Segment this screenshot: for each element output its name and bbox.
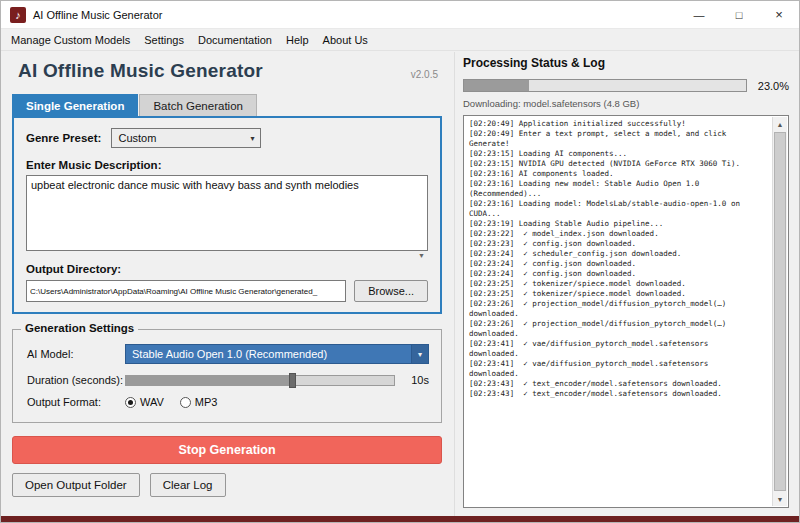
menu-item-help[interactable]: Help — [279, 31, 316, 49]
close-button[interactable]: × — [759, 1, 799, 28]
description-textarea[interactable]: upbeat electronic dance music with heavy… — [26, 175, 428, 251]
app-icon: ♪ — [10, 7, 26, 23]
page-title: AI Offline Music Generator — [18, 60, 263, 82]
log-line: [02:23:25] ✓ tokenizer/spiece.model down… — [469, 289, 747, 299]
tab-single-generation[interactable]: Single Generation — [12, 94, 138, 116]
menu-item-documentation[interactable]: Documentation — [191, 31, 279, 49]
ai-model-select[interactable]: Stable Audio Open 1.0 (Recommended) ▾ — [125, 344, 429, 364]
textarea-scroll-down-icon[interactable]: ▼ — [26, 251, 428, 260]
scroll-up-icon[interactable]: ▲ — [773, 117, 787, 131]
status-panel-title: Processing Status & Log — [463, 56, 789, 70]
progress-row: 23.0% — [463, 79, 789, 92]
window-bottom-edge — [1, 516, 799, 522]
tab-bar: Single Generation Batch Generation — [12, 94, 442, 116]
tab-batch-generation[interactable]: Batch Generation — [139, 94, 257, 116]
progress-percent: 23.0% — [752, 80, 789, 92]
genre-preset-select[interactable]: Custom ▾ — [111, 128, 261, 148]
log-line: [02:23:19] Loading Stable Audio pipeline… — [469, 219, 747, 229]
ai-model-label: AI Model: — [27, 348, 125, 360]
log-line: [02:23:15] Loading AI components... — [469, 149, 747, 159]
log-line: [02:23:25] ✓ tokenizer/spiece.model down… — [469, 279, 747, 289]
log-scrollbar[interactable]: ▲ ▼ — [772, 117, 787, 506]
chevron-down-icon: ▾ — [244, 134, 260, 143]
generation-settings-title: Generation Settings — [21, 322, 138, 334]
browse-button[interactable]: Browse... — [354, 280, 428, 302]
duration-label: Duration (seconds): — [27, 374, 125, 386]
minimize-button[interactable]: — — [679, 1, 719, 28]
log-line: [02:20:49] Enter a text prompt, select a… — [469, 129, 747, 149]
output-directory-input[interactable] — [26, 280, 346, 302]
generation-settings-group: Generation Settings AI Model: Stable Aud… — [12, 329, 442, 423]
maximize-icon: □ — [736, 9, 743, 21]
duration-slider-fill — [126, 376, 289, 385]
log-area[interactable]: [02:20:49] Application initialized succe… — [463, 115, 789, 508]
genre-preset-value: Custom — [118, 132, 156, 144]
header-row: AI Offline Music Generator v2.0.5 — [12, 60, 442, 82]
app-window: ♪ AI Offline Music Generator — □ × Manag… — [0, 0, 800, 523]
status-panel: Processing Status & Log 23.0% Downloadin… — [454, 52, 798, 516]
progress-fill — [464, 80, 529, 91]
radio-selected-icon — [125, 397, 136, 408]
log-line: [02:23:16] AI components loaded. — [469, 169, 747, 179]
ai-model-row: AI Model: Stable Audio Open 1.0 (Recomme… — [27, 344, 429, 364]
window-title: AI Offline Music Generator — [33, 9, 162, 21]
scroll-down-icon[interactable]: ▼ — [773, 492, 787, 506]
menu-item-settings[interactable]: Settings — [137, 31, 191, 49]
downloading-status: Downloading: model.safetensors (4.8 GB) — [463, 98, 789, 109]
ai-model-value: Stable Audio Open 1.0 (Recommended) — [132, 348, 327, 360]
log-line: [02:20:49] Application initialized succe… — [469, 119, 747, 129]
log-line: [02:23:41] ✓ vae/diffusion_pytorch_model… — [469, 339, 747, 359]
duration-value: 10s — [403, 374, 429, 386]
genre-preset-row: Genre Preset: Custom ▾ — [26, 128, 428, 148]
progress-bar — [463, 79, 747, 92]
log-line: [02:23:24] ✓ config.json downloaded. — [469, 259, 747, 269]
radio-mp3-label: MP3 — [195, 396, 218, 408]
log-line: [02:23:26] ✓ projection_model/diffusion_… — [469, 299, 747, 319]
output-format-label: Output Format: — [27, 396, 125, 408]
duration-slider-handle[interactable] — [289, 373, 296, 388]
main-content: AI Offline Music Generator v2.0.5 Single… — [2, 52, 798, 516]
maximize-button[interactable]: □ — [719, 1, 759, 28]
menubar: Manage Custom Models Settings Documentat… — [1, 29, 799, 51]
open-output-folder-button[interactable]: Open Output Folder — [12, 473, 140, 497]
log-line: [02:23:41] ✓ vae/diffusion_pytorch_model… — [469, 359, 747, 379]
radio-unselected-icon — [180, 397, 191, 408]
stop-generation-button[interactable]: Stop Generation — [12, 436, 442, 464]
bottom-button-row: Open Output Folder Clear Log — [12, 473, 442, 497]
log-line: [02:23:43] ✓ text_encoder/model.safetens… — [469, 379, 747, 389]
radio-wav-label: WAV — [140, 396, 164, 408]
output-format-row: Output Format: WAV MP3 — [27, 396, 429, 408]
genre-preset-label: Genre Preset: — [26, 132, 101, 144]
chevron-down-icon: ▾ — [411, 345, 428, 363]
output-directory-label: Output Directory: — [26, 263, 428, 275]
minimize-icon: — — [694, 9, 705, 21]
duration-slider[interactable] — [125, 375, 395, 386]
version-label: v2.0.5 — [411, 69, 438, 82]
log-line: [02:23:15] NVIDIA GPU detected (NVIDIA G… — [469, 159, 747, 169]
log-line: [02:23:24] ✓ scheduler_config.json downl… — [469, 249, 747, 259]
log-line: [02:23:24] ✓ config.json downloaded. — [469, 269, 747, 279]
log-line: [02:23:16] Loading new model: Stable Aud… — [469, 179, 747, 199]
radio-wav[interactable]: WAV — [125, 396, 164, 408]
log-text: [02:20:49] Application initialized succe… — [469, 119, 747, 399]
radio-mp3[interactable]: MP3 — [180, 396, 218, 408]
titlebar[interactable]: ♪ AI Offline Music Generator — □ × — [1, 1, 799, 29]
log-line: [02:23:23] ✓ config.json downloaded. — [469, 239, 747, 249]
clear-log-button[interactable]: Clear Log — [150, 473, 226, 497]
log-line: [02:23:26] ✓ projection_model/diffusion_… — [469, 319, 747, 339]
log-line: [02:23:22] ✓ model_index.json downloaded… — [469, 229, 747, 239]
log-line: [02:23:43] ✓ text_encoder/model.safetens… — [469, 389, 747, 399]
single-generation-panel: Genre Preset: Custom ▾ Enter Music Descr… — [12, 116, 442, 314]
duration-row: Duration (seconds): 10s — [27, 374, 429, 386]
output-directory-row: Browse... — [26, 280, 428, 302]
window-controls: — □ × — [679, 1, 799, 28]
description-label: Enter Music Description: — [26, 159, 428, 171]
close-icon: × — [775, 7, 783, 22]
log-line: [02:23:16] Loading model: ModelsLab/stab… — [469, 199, 747, 219]
scrollbar-thumb[interactable] — [774, 132, 786, 491]
left-panel: AI Offline Music Generator v2.0.5 Single… — [2, 52, 454, 516]
menu-item-manage-custom-models[interactable]: Manage Custom Models — [4, 31, 137, 49]
menu-item-about-us[interactable]: About Us — [316, 31, 375, 49]
